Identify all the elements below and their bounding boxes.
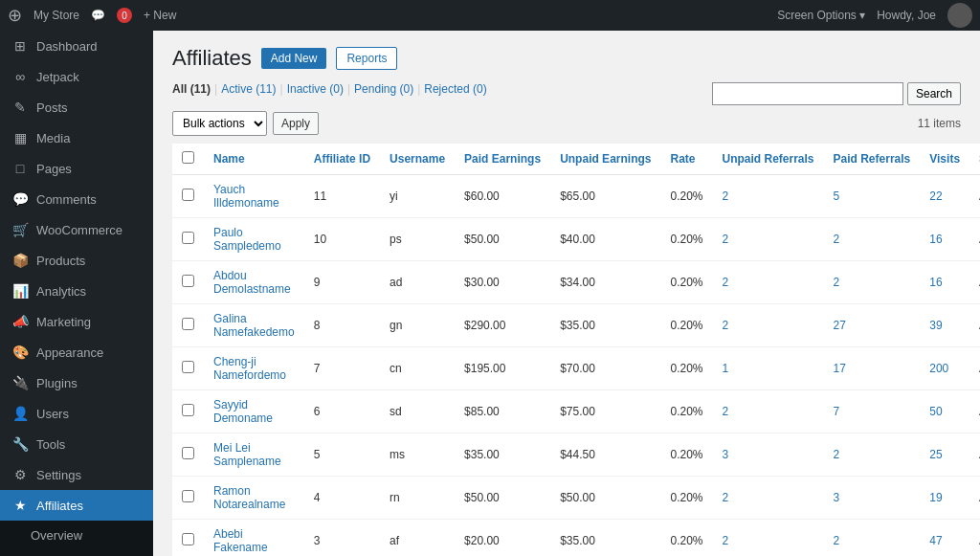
sidebar-item-label: Jetpack [36,70,79,84]
paid-earnings-cell-0: $60.00 [455,175,550,218]
sidebar-item-comments[interactable]: 💬Comments [0,184,153,214]
filter-tab-all[interactable]: All (11) [172,82,211,96]
search-input[interactable] [712,82,903,105]
unpaid-referrals-cell-8: 2 [713,520,824,557]
sidebar-item-products[interactable]: 📦Products [0,245,153,276]
affiliate-name-link-2[interactable]: Abdou Demolastname [213,269,291,296]
rate-cell-4: 0.20% [660,347,712,390]
row-checkbox-1[interactable] [182,232,194,244]
row-checkbox-4[interactable] [182,361,194,373]
paid-referrals-cell-4: 17 [824,347,921,390]
appearance-icon: 🎨 [11,345,29,360]
table-row: Yauch Illdemoname 11 yi $60.00 $65.00 0.… [172,175,980,218]
filter-tab-pending[interactable]: Pending (0) [354,82,413,96]
rate-cell-2: 0.20% [660,261,712,304]
screen-options-button[interactable]: Screen Options ▾ [777,9,865,22]
affiliate-id-cell-4: 7 [304,347,380,390]
sidebar-item-label: Products [36,254,85,268]
reports-button[interactable]: Reports [336,47,397,70]
row-checkbox-6[interactable] [182,447,194,459]
affiliate-name-link-4[interactable]: Cheng-ji Namefordemo [213,355,286,382]
sidebar-item-label: Analytics [36,284,86,299]
table-row: Abdou Demolastname 9 ad $30.00 $34.00 0.… [172,261,980,304]
row-checkbox-2[interactable] [182,275,194,287]
sidebar-item-label: Media [36,131,70,145]
paid-referrals-cell-6: 2 [824,434,921,477]
site-name[interactable]: My Store [33,9,79,22]
sidebar-item-woocommerce[interactable]: 🛒WooCommerce [0,214,153,245]
unpaid-referrals-cell-1: 2 [713,218,824,261]
col-header-name[interactable]: Name [204,144,304,175]
sidebar-item-posts[interactable]: ✎Posts [0,92,153,122]
unpaid-referrals-cell-6: 3 [713,434,824,477]
sidebar-item-users[interactable]: 👤Users [0,398,153,429]
affiliate-name-link-8[interactable]: Abebi Fakename [213,527,268,554]
affiliate-name-link-0[interactable]: Yauch Illdemoname [213,183,279,210]
row-checkbox-8[interactable] [182,533,194,545]
sidebar: ⊞Dashboard∞Jetpack✎Posts▦Media□Pages💬Com… [0,31,153,556]
col-header-paid-earnings: Paid Earnings [455,144,550,175]
wp-logo-icon[interactable]: ⊕ [8,5,22,26]
paid-earnings-cell-6: $35.00 [455,434,550,477]
paid-earnings-cell-1: $50.00 [455,218,550,261]
filter-tab-active[interactable]: Active (11) [221,82,276,96]
username-cell-0: yi [380,175,455,218]
sidebar-item-affiliates[interactable]: ★Affiliates [0,490,153,521]
affiliate-name-link-3[interactable]: Galina Namefakedemo [213,312,295,339]
sidebar-item-label: Pages [36,162,72,176]
new-item-button[interactable]: + New [144,9,176,22]
add-new-button[interactable]: Add New [261,48,327,69]
submenu-item-overview[interactable]: Overview [0,521,153,550]
col-header-paid-referrals: Paid Referrals [824,144,921,175]
submenu-item-affiliates-sub[interactable]: Affiliates [0,550,153,556]
sidebar-item-label: Settings [36,468,81,482]
user-avatar[interactable] [947,3,972,28]
apply-button[interactable]: Apply [273,112,319,135]
row-checkbox-7[interactable] [182,490,194,502]
table-row: Paulo Sampledemo 10 ps $50.00 $40.00 0.2… [172,218,980,261]
username-cell-1: ps [380,218,455,261]
visits-cell-0: 22 [920,175,969,218]
row-checkbox-5[interactable] [182,404,194,416]
unpaid-earnings-cell-6: $44.50 [550,434,660,477]
visits-cell-5: 50 [920,390,969,434]
paid-referrals-cell-5: 7 [824,390,921,434]
visits-cell-3: 39 [920,304,969,347]
sidebar-item-media[interactable]: ▦Media [0,122,153,153]
filter-tab-inactive[interactable]: Inactive (0) [287,82,344,96]
affiliate-name-link-5[interactable]: Sayyid Demoname [213,398,273,425]
sidebar-item-label: Affiliates [36,499,83,513]
row-checkbox-3[interactable] [182,318,194,330]
affiliate-name-link-7[interactable]: Ramon Notarealname [213,484,285,511]
affiliate-name-link-1[interactable]: Paulo Sampledemo [213,226,281,253]
paid-earnings-cell-2: $30.00 [455,261,550,304]
filter-sep: | [280,82,283,96]
sidebar-item-analytics[interactable]: 📊Analytics [0,276,153,306]
sidebar-item-settings[interactable]: ⚙Settings [0,459,153,490]
unpaid-referrals-cell-3: 2 [713,304,824,347]
sidebar-item-marketing[interactable]: 📣Marketing [0,306,153,337]
sidebar-item-plugins[interactable]: 🔌Plugins [0,367,153,398]
select-all-checkbox[interactable] [182,151,194,164]
affiliate-name-link-6[interactable]: Mei Lei Samplename [213,441,281,468]
sidebar-item-pages[interactable]: □Pages [0,153,153,184]
page-title: Affiliates [172,46,252,71]
row-checkbox-0[interactable] [182,189,194,201]
search-button[interactable]: Search [907,82,961,105]
comments-icon[interactable]: 💬 [91,9,105,22]
sidebar-item-appearance[interactable]: 🎨Appearance [0,337,153,367]
col-header-visits: Visits [920,144,969,175]
bulk-actions-select[interactable]: Bulk actions [172,111,267,136]
rate-cell-8: 0.20% [660,520,712,557]
sidebar-item-jetpack[interactable]: ∞Jetpack [0,61,153,92]
sidebar-item-dashboard[interactable]: ⊞Dashboard [0,31,153,61]
filter-tab-rejected[interactable]: Rejected (0) [424,82,486,96]
toolbar-left: Bulk actions Apply [172,111,319,136]
sidebar-item-label: Comments [36,192,97,207]
sidebar-item-label: Appearance [36,345,103,360]
howdy-text: Howdy, Joe [877,9,936,22]
sidebar-item-label: WooCommerce [36,223,122,237]
status-cell-1: Active [969,218,980,261]
paid-earnings-cell-5: $85.00 [455,390,550,434]
sidebar-item-tools[interactable]: 🔧Tools [0,429,153,459]
